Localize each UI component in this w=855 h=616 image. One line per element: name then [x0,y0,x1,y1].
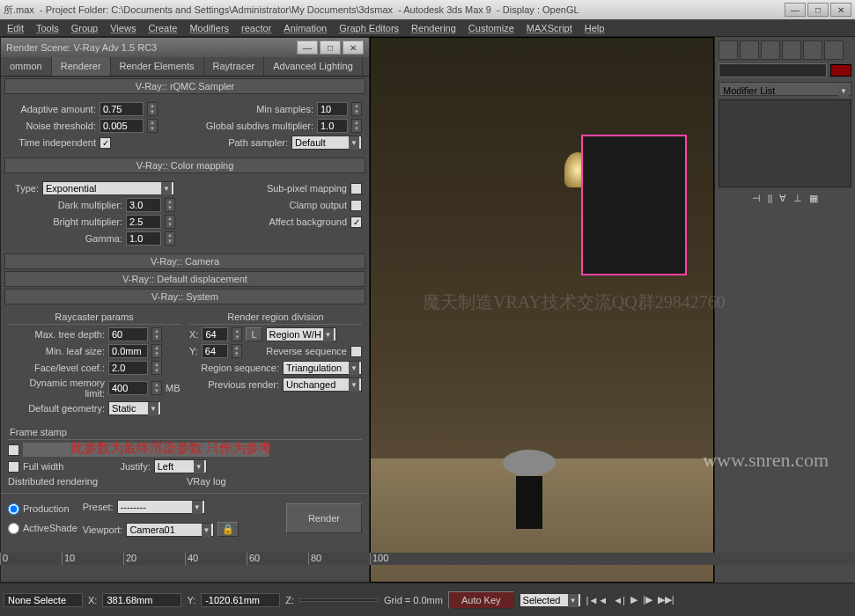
rollout-qmc[interactable]: V-Ray:: rQMC Sampler [4,78,365,94]
noise-threshold-spinner[interactable]: ▲▼ [147,119,158,133]
menu-create[interactable]: Create [148,23,177,33]
menu-help[interactable]: Help [585,23,605,33]
menu-rendering[interactable]: Rendering [411,23,456,33]
face-coef-spinner[interactable]: ▲▼ [151,361,162,375]
reverse-checkbox[interactable] [350,346,362,357]
dark-mult-spinner[interactable]: ▲▼ [165,198,175,212]
viewport-scene[interactable] [371,38,713,582]
pin-stack-icon[interactable]: ⊣ [752,193,761,204]
viewport[interactable]: View [370,37,714,583]
min-samples-input[interactable]: 10 [317,102,348,116]
menu-views[interactable]: Views [110,23,136,33]
full-width-checkbox[interactable] [8,461,19,473]
rollout-system[interactable]: V-Ray:: System [4,289,365,304]
modify-tab[interactable] [740,40,759,60]
clamp-checkbox[interactable] [350,200,362,211]
menu-graph-editors[interactable]: Graph Editors [339,23,399,33]
tab-common[interactable]: ommon [1,57,52,76]
tab-advanced-lighting[interactable]: Advanced Lighting [264,57,363,76]
rollout-displacement[interactable]: V-Ray:: Default displacement [4,271,365,287]
menu-maxscript[interactable]: MAXScript [527,23,572,33]
time-ruler[interactable]: 0 10 20 40 60 80 100 [0,553,855,565]
make-unique-icon[interactable]: ∀ [779,193,786,204]
object-color-swatch[interactable] [830,64,851,77]
x-spinner[interactable]: ▲▼ [232,327,242,341]
preset-dropdown[interactable]: -------- [117,500,205,514]
dyn-mem-spinner[interactable]: ▲▼ [151,381,162,395]
rollout-color-mapping[interactable]: V-Ray:: Color mapping [4,158,365,173]
motion-tab[interactable] [782,40,801,60]
path-sampler-dropdown[interactable]: Default [291,136,362,150]
dark-mult-input[interactable]: 3.0 [126,198,161,212]
menu-reactor[interactable]: reactor [241,23,271,33]
type-dropdown[interactable]: Exponential [42,181,174,195]
modifier-stack[interactable] [719,99,851,187]
menu-customize[interactable]: Customize [468,23,514,33]
hierarchy-tab[interactable] [761,40,780,60]
y-spinner[interactable]: ▲▼ [232,344,242,358]
noise-threshold-input[interactable]: 0.005 [100,119,144,133]
lock-button[interactable]: 🔒 [217,522,239,537]
play-prev-icon[interactable]: ◄| [613,595,625,605]
face-coef-input[interactable]: 2.0 [108,361,148,375]
max-tree-spinner[interactable]: ▲▼ [151,327,162,341]
def-geom-dropdown[interactable]: Static [108,401,161,415]
global-subdivs-spinner[interactable]: ▲▼ [351,119,362,133]
min-samples-spinner[interactable]: ▲▼ [351,102,362,116]
close-button[interactable]: ✕ [830,3,851,17]
prev-render-dropdown[interactable]: Unchanged [283,378,362,392]
rollout-camera[interactable]: V-Ray:: Camera [4,253,365,269]
coord-x-input[interactable]: 381.68mm [102,593,181,607]
dialog-titlebar[interactable]: Render Scene: V-Ray Adv 1.5 RC3 — □ ✕ [1,38,369,57]
subpixel-checkbox[interactable] [350,183,362,194]
time-independent-checkbox[interactable]: ✓ [100,137,111,149]
justify-dropdown[interactable]: Left [154,459,207,473]
production-radio[interactable] [8,503,19,515]
object-name-input[interactable] [719,63,827,77]
play-end-icon[interactable]: ▶▶| [658,594,674,605]
menu-edit[interactable]: Edit [7,23,24,33]
lr-button[interactable]: L [246,327,262,341]
tab-raytracer[interactable]: Raytracer [204,57,265,76]
max-tree-input[interactable]: 60 [108,327,148,341]
y-input[interactable]: 64 [202,344,228,358]
region-wh-dropdown[interactable]: Region W/H [266,327,336,341]
dialog-close-button[interactable]: ✕ [343,40,364,55]
play-start-icon[interactable]: |◄◄ [586,595,608,605]
bright-mult-input[interactable]: 2.5 [126,215,161,229]
render-button[interactable]: Render [286,503,362,533]
play-next-icon[interactable]: |▶ [643,594,652,605]
adaptive-amount-input[interactable]: 0.75 [100,102,144,116]
menu-group[interactable]: Group [71,23,99,33]
adaptive-amount-spinner[interactable]: ▲▼ [147,102,158,116]
keymode-dropdown[interactable]: Selected [520,593,581,607]
menu-animation[interactable]: Animation [284,23,327,33]
gamma-spinner[interactable]: ▲▼ [165,231,175,246]
dialog-minimize-button[interactable]: — [297,40,318,55]
tab-renderer[interactable]: Renderer [52,57,111,76]
coord-y-input[interactable]: -1020.61mm [201,593,280,607]
configure-icon[interactable]: ▦ [809,193,818,204]
minimize-button[interactable]: — [785,3,806,17]
menu-tools[interactable]: Tools [36,23,59,33]
dyn-mem-input[interactable]: 400 [108,381,148,395]
autokey-button[interactable]: Auto Key [448,591,514,609]
menu-modifiers[interactable]: Modifiers [189,23,229,33]
min-leaf-spinner[interactable]: ▲▼ [151,344,162,358]
dialog-maximize-button[interactable]: □ [320,40,341,55]
coord-z-input[interactable] [299,598,379,602]
region-seq-dropdown[interactable]: Triangulation [283,361,362,375]
remove-mod-icon[interactable]: ⊥ [793,193,802,204]
min-leaf-input[interactable]: 0.0mm [108,344,148,358]
maximize-button[interactable]: □ [807,3,829,17]
display-tab[interactable] [803,40,822,60]
x-input[interactable]: 64 [202,327,228,341]
activeshade-radio[interactable] [8,523,19,534]
utilities-tab[interactable] [824,40,844,60]
viewport-dropdown[interactable]: Camera01 [126,523,214,537]
frame-stamp-checkbox[interactable] [8,444,19,456]
gamma-input[interactable]: 1.0 [126,231,161,246]
modifier-list-dropdown[interactable]: Modifier List [719,82,851,96]
global-subdivs-input[interactable]: 1.0 [317,119,348,133]
bright-mult-spinner[interactable]: ▲▼ [165,215,175,229]
